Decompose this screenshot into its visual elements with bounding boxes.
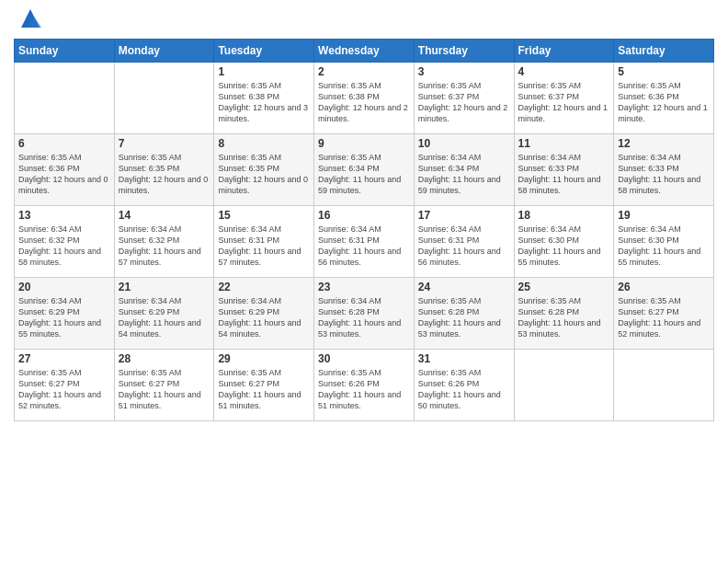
calendar-cell: 2Sunrise: 6:35 AM Sunset: 6:38 PM Daylig…	[314, 63, 415, 134]
weekday-header: Wednesday	[314, 40, 415, 63]
day-number: 23	[318, 281, 410, 293]
day-number: 28	[119, 352, 210, 365]
calendar-row: 6Sunrise: 6:35 AM Sunset: 6:36 PM Daylig…	[15, 134, 714, 206]
calendar-table: SundayMondayTuesdayWednesdayThursdayFrid…	[14, 39, 714, 421]
day-number: 10	[418, 137, 510, 150]
weekday-header: Sunday	[15, 40, 115, 63]
header	[14, 9, 714, 31]
day-number: 18	[518, 209, 610, 222]
calendar-cell: 7Sunrise: 6:35 AM Sunset: 6:35 PM Daylig…	[114, 134, 214, 206]
day-number: 15	[218, 209, 310, 222]
day-info: Sunrise: 6:34 AM Sunset: 6:32 PM Dayligh…	[18, 224, 110, 269]
calendar-cell: 16Sunrise: 6:34 AM Sunset: 6:31 PM Dayli…	[314, 206, 415, 278]
day-info: Sunrise: 6:34 AM Sunset: 6:31 PM Dayligh…	[418, 224, 510, 269]
calendar-cell: 1Sunrise: 6:35 AM Sunset: 6:38 PM Daylig…	[214, 63, 314, 134]
day-number: 5	[618, 65, 710, 78]
day-number: 8	[218, 137, 310, 150]
day-info: Sunrise: 6:34 AM Sunset: 6:33 PM Dayligh…	[618, 152, 710, 197]
page: SundayMondayTuesdayWednesdayThursdayFrid…	[0, 0, 728, 563]
calendar-cell: 6Sunrise: 6:35 AM Sunset: 6:36 PM Daylig…	[15, 134, 115, 206]
weekday-header: Thursday	[414, 40, 514, 63]
logo-icon	[17, 6, 43, 31]
day-info: Sunrise: 6:34 AM Sunset: 6:31 PM Dayligh…	[218, 224, 310, 269]
day-info: Sunrise: 6:34 AM Sunset: 6:30 PM Dayligh…	[618, 224, 710, 269]
logo-area	[14, 9, 43, 31]
day-number: 25	[518, 281, 610, 293]
calendar-cell: 4Sunrise: 6:35 AM Sunset: 6:37 PM Daylig…	[514, 63, 614, 134]
calendar-cell: 27Sunrise: 6:35 AM Sunset: 6:27 PM Dayli…	[15, 350, 115, 421]
day-info: Sunrise: 6:35 AM Sunset: 6:28 PM Dayligh…	[418, 295, 510, 340]
weekday-header: Friday	[514, 40, 614, 63]
calendar-cell: 10Sunrise: 6:34 AM Sunset: 6:34 PM Dayli…	[414, 134, 514, 206]
calendar-cell: 17Sunrise: 6:34 AM Sunset: 6:31 PM Dayli…	[414, 206, 514, 278]
calendar-cell: 22Sunrise: 6:34 AM Sunset: 6:29 PM Dayli…	[214, 278, 314, 350]
calendar-cell: 26Sunrise: 6:35 AM Sunset: 6:27 PM Dayli…	[614, 278, 714, 350]
day-number: 16	[318, 209, 410, 222]
day-info: Sunrise: 6:35 AM Sunset: 6:38 PM Dayligh…	[318, 80, 410, 125]
day-info: Sunrise: 6:35 AM Sunset: 6:35 PM Dayligh…	[218, 152, 310, 197]
calendar-cell: 20Sunrise: 6:34 AM Sunset: 6:29 PM Dayli…	[15, 278, 115, 350]
day-number: 9	[318, 137, 410, 150]
calendar-cell	[114, 63, 214, 134]
day-number: 31	[418, 352, 510, 365]
calendar-cell: 24Sunrise: 6:35 AM Sunset: 6:28 PM Dayli…	[414, 278, 514, 350]
calendar-cell: 23Sunrise: 6:34 AM Sunset: 6:28 PM Dayli…	[314, 278, 415, 350]
day-info: Sunrise: 6:34 AM Sunset: 6:29 PM Dayligh…	[119, 295, 210, 340]
day-number: 22	[218, 281, 310, 293]
day-number: 24	[418, 281, 510, 293]
day-info: Sunrise: 6:34 AM Sunset: 6:28 PM Dayligh…	[318, 295, 410, 340]
day-info: Sunrise: 6:35 AM Sunset: 6:36 PM Dayligh…	[18, 152, 110, 197]
day-info: Sunrise: 6:35 AM Sunset: 6:26 PM Dayligh…	[418, 367, 510, 412]
calendar-cell: 31Sunrise: 6:35 AM Sunset: 6:26 PM Dayli…	[414, 350, 514, 421]
day-info: Sunrise: 6:34 AM Sunset: 6:31 PM Dayligh…	[318, 224, 410, 269]
calendar-row: 20Sunrise: 6:34 AM Sunset: 6:29 PM Dayli…	[15, 278, 714, 350]
calendar-row: 13Sunrise: 6:34 AM Sunset: 6:32 PM Dayli…	[15, 206, 714, 278]
day-number: 26	[618, 281, 710, 293]
calendar-cell: 5Sunrise: 6:35 AM Sunset: 6:36 PM Daylig…	[614, 63, 714, 134]
calendar-row: 27Sunrise: 6:35 AM Sunset: 6:27 PM Dayli…	[15, 350, 714, 421]
day-info: Sunrise: 6:35 AM Sunset: 6:27 PM Dayligh…	[18, 367, 110, 412]
weekday-header: Saturday	[614, 40, 714, 63]
calendar-cell: 15Sunrise: 6:34 AM Sunset: 6:31 PM Dayli…	[214, 206, 314, 278]
calendar-cell	[614, 350, 714, 421]
calendar-cell: 21Sunrise: 6:34 AM Sunset: 6:29 PM Dayli…	[114, 278, 214, 350]
day-number: 20	[18, 281, 110, 293]
header-row: SundayMondayTuesdayWednesdayThursdayFrid…	[15, 40, 714, 63]
weekday-header: Monday	[114, 40, 214, 63]
calendar-cell: 8Sunrise: 6:35 AM Sunset: 6:35 PM Daylig…	[214, 134, 314, 206]
day-number: 12	[618, 137, 710, 150]
day-info: Sunrise: 6:34 AM Sunset: 6:29 PM Dayligh…	[18, 295, 110, 340]
calendar-cell: 14Sunrise: 6:34 AM Sunset: 6:32 PM Dayli…	[114, 206, 214, 278]
day-info: Sunrise: 6:35 AM Sunset: 6:27 PM Dayligh…	[218, 367, 310, 412]
day-number: 7	[119, 137, 210, 150]
day-info: Sunrise: 6:35 AM Sunset: 6:35 PM Dayligh…	[119, 152, 210, 197]
day-number: 3	[418, 65, 510, 78]
calendar-cell: 28Sunrise: 6:35 AM Sunset: 6:27 PM Dayli…	[114, 350, 214, 421]
calendar-row: 1Sunrise: 6:35 AM Sunset: 6:38 PM Daylig…	[15, 63, 714, 134]
day-info: Sunrise: 6:35 AM Sunset: 6:26 PM Dayligh…	[318, 367, 410, 412]
calendar-cell: 11Sunrise: 6:34 AM Sunset: 6:33 PM Dayli…	[514, 134, 614, 206]
calendar-cell	[514, 350, 614, 421]
day-info: Sunrise: 6:34 AM Sunset: 6:29 PM Dayligh…	[218, 295, 310, 340]
day-info: Sunrise: 6:35 AM Sunset: 6:28 PM Dayligh…	[518, 295, 610, 340]
day-number: 29	[218, 352, 310, 365]
day-info: Sunrise: 6:34 AM Sunset: 6:32 PM Dayligh…	[119, 224, 210, 269]
day-info: Sunrise: 6:35 AM Sunset: 6:37 PM Dayligh…	[418, 80, 510, 125]
day-number: 11	[518, 137, 610, 150]
day-info: Sunrise: 6:34 AM Sunset: 6:33 PM Dayligh…	[518, 152, 610, 197]
calendar-cell: 29Sunrise: 6:35 AM Sunset: 6:27 PM Dayli…	[214, 350, 314, 421]
day-number: 19	[618, 209, 710, 222]
day-number: 27	[18, 352, 110, 365]
calendar-cell: 30Sunrise: 6:35 AM Sunset: 6:26 PM Dayli…	[314, 350, 415, 421]
day-info: Sunrise: 6:35 AM Sunset: 6:34 PM Dayligh…	[318, 152, 410, 197]
day-info: Sunrise: 6:35 AM Sunset: 6:36 PM Dayligh…	[618, 80, 710, 125]
calendar-cell: 3Sunrise: 6:35 AM Sunset: 6:37 PM Daylig…	[414, 63, 514, 134]
day-info: Sunrise: 6:34 AM Sunset: 6:34 PM Dayligh…	[418, 152, 510, 197]
calendar-cell: 12Sunrise: 6:34 AM Sunset: 6:33 PM Dayli…	[614, 134, 714, 206]
calendar-cell: 19Sunrise: 6:34 AM Sunset: 6:30 PM Dayli…	[614, 206, 714, 278]
day-number: 30	[318, 352, 410, 365]
day-number: 4	[518, 65, 610, 78]
calendar-cell: 9Sunrise: 6:35 AM Sunset: 6:34 PM Daylig…	[314, 134, 415, 206]
calendar-cell: 25Sunrise: 6:35 AM Sunset: 6:28 PM Dayli…	[514, 278, 614, 350]
day-number: 6	[18, 137, 110, 150]
